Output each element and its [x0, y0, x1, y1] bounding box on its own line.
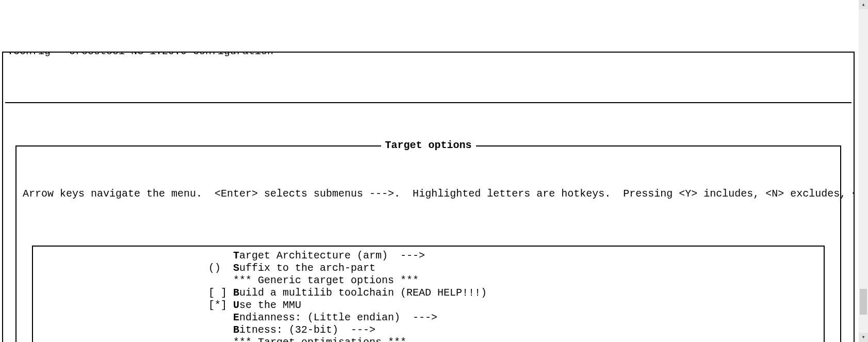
menu-item[interactable]: *** Generic target options *** — [33, 274, 824, 287]
help-text: Arrow keys navigate the menu. <Enter> se… — [21, 187, 836, 200]
title-divider — [5, 102, 851, 103]
scroll-up-icon[interactable]: ▴ — [859, 0, 868, 9]
menu-item[interactable]: Target Architecture (arm) ---> — [33, 250, 824, 262]
menu-item[interactable]: Endianness: (Little endian) ---> — [33, 312, 824, 324]
menu-item[interactable]: *** Target optimisations *** — [33, 336, 824, 342]
menu-list[interactable]: Target Architecture (arm) --->() Suffix … — [32, 246, 825, 342]
menu-item[interactable]: [*] Use the MMU — [33, 299, 824, 312]
menu-item[interactable]: [ ] Build a multilib toolchain (READ HEL… — [33, 287, 824, 299]
scrollbar[interactable]: ▴ ▾ — [859, 0, 868, 342]
target-options-panel: Target options Arrow keys navigate the m… — [15, 145, 841, 342]
panel-title: Target options — [381, 139, 476, 152]
window-title: .config - crosstool-NG 1.20.0 Configurat… — [6, 52, 274, 58]
scroll-thumb[interactable] — [860, 289, 867, 315]
scroll-down-icon[interactable]: ▾ — [859, 333, 868, 342]
config-window: .config - crosstool-NG 1.20.0 Configurat… — [2, 52, 855, 342]
menu-item[interactable]: Bitness: (32-bit) ---> — [33, 324, 824, 336]
menu-item[interactable]: () Suffix to the arch-part — [33, 262, 824, 274]
